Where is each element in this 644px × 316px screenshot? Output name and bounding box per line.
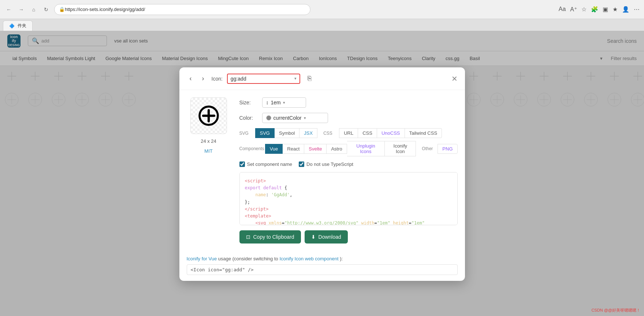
size-option-row: Size: ↕ 1em ▾	[239, 97, 458, 108]
address-text: https://icon-sets.iconify.design/gg/add/	[65, 7, 145, 12]
lock-icon: 🔒	[59, 7, 65, 12]
menu-icon[interactable]: ⋯	[634, 6, 640, 13]
active-tab[interactable]: 🔷 件夹	[3, 21, 33, 31]
symbol-tab[interactable]: Symbol	[275, 128, 299, 138]
icon-options: Size: ↕ 1em ▾ Color: currentColor	[239, 97, 458, 249]
icon-license[interactable]: MIT	[204, 148, 212, 154]
footer-mid-text: usage (consider switching to	[218, 256, 280, 261]
extension-icon[interactable]: 🧩	[591, 6, 598, 13]
modal-footer: Iconify for Vue usage (consider switchin…	[179, 256, 465, 281]
icon-field-label: Icon:	[212, 76, 223, 82]
png-tab[interactable]: PNG	[438, 144, 457, 154]
copy-icon: ⊡	[246, 234, 250, 240]
profile-icon[interactable]: 👤	[622, 6, 629, 13]
size-arrow-icon: ↕	[266, 100, 269, 105]
icon-preview-svg	[198, 105, 220, 127]
iconify-icon-tab[interactable]: Iconify Icon	[385, 141, 416, 156]
no-typescript-checkbox[interactable]	[299, 161, 304, 167]
iconify-vue-link[interactable]: Iconify for Vue	[187, 256, 217, 261]
size-chevron-icon: ▾	[283, 100, 285, 105]
css-group-label: CSS	[323, 131, 336, 136]
other-label: Other	[422, 146, 435, 151]
set-component-name-checkbox[interactable]	[239, 161, 245, 167]
icon-detail-modal: ‹ › Icon: ▾ ⎘ ✕	[179, 67, 465, 281]
size-select[interactable]: ↕ 1em ▾	[262, 97, 306, 108]
svg-css-tabs-row: SVG SVG Symbol JSX CSS URL CSS UnoCSS Ta…	[239, 128, 458, 138]
address-bar[interactable]: 🔒 https://icon-sets.iconify.design/gg/ad…	[54, 4, 310, 15]
astro-tab[interactable]: Astro	[327, 144, 347, 154]
modal-close-button[interactable]: ✕	[451, 75, 458, 82]
color-label: Color:	[239, 115, 258, 121]
reader-icon[interactable]: Aa	[559, 6, 566, 13]
size-value: 1em	[271, 100, 281, 105]
format-tabs-section: SVG SVG Symbol JSX CSS URL CSS UnoCSS Ta…	[239, 128, 458, 156]
icon-name-input[interactable]	[231, 76, 292, 82]
svelte-tab[interactable]: Svelte	[304, 144, 327, 154]
tab-bar: 🔷 件夹	[0, 19, 644, 31]
modal-header: ‹ › Icon: ▾ ⎘ ✕	[179, 67, 465, 90]
icon-name-input-wrapper[interactable]: ▾	[227, 74, 300, 84]
footer-end-text: ):	[340, 256, 343, 261]
footer-text: Iconify for Vue usage (consider switchin…	[187, 256, 458, 261]
modal-body: 24 x 24 MIT Size: ↕ 1em ▾	[179, 90, 465, 256]
icon-preview-area: 24 x 24 MIT	[187, 97, 231, 249]
copy-to-clipboard-button[interactable]: ⊡ Copy to Clipboard	[239, 230, 301, 243]
url-tab[interactable]: URL	[339, 128, 358, 138]
color-chevron-icon: ▾	[304, 116, 306, 120]
checkbox-row: Set component name Do not use TypeScript	[239, 161, 458, 167]
unplugin-tab[interactable]: Unplugin Icons	[347, 141, 385, 156]
browser-chrome: ← → ⌂ ↻ 🔒 https://icon-sets.iconify.desi…	[0, 0, 644, 19]
prev-icon-button[interactable]: ‹	[187, 73, 195, 84]
action-buttons: ⊡ Copy to Clipboard ⬇ Download	[239, 230, 458, 243]
tailwind-tab[interactable]: Tailwind CSS	[405, 128, 442, 138]
icon-dropdown-icon[interactable]: ▾	[294, 76, 297, 81]
external-link-button[interactable]: ⎘	[305, 73, 314, 84]
next-icon-button[interactable]: ›	[199, 73, 207, 84]
code-block[interactable]: <script> export default { name: 'GgAdd',…	[239, 172, 458, 225]
watermark: CSDN @@好美呀嗯嗯嗯！	[591, 308, 640, 313]
svg-tab[interactable]: SVG	[255, 128, 275, 138]
no-typescript-label: Do not use TypeScript	[306, 161, 353, 167]
favorites-icon[interactable]: ★	[613, 6, 618, 13]
home-button[interactable]: ⌂	[29, 5, 38, 14]
forward-button[interactable]: →	[17, 5, 26, 14]
svg-group-label: SVG	[239, 131, 252, 136]
jsx-tab[interactable]: JSX	[299, 128, 317, 138]
icon-dimensions: 24 x 24	[201, 138, 216, 144]
icon-preview-box	[190, 97, 227, 134]
bookmark-icon[interactable]: ☆	[581, 6, 587, 13]
site-background: iconifyDESiNG 🔍 vse all icon sets Search…	[0, 31, 644, 316]
download-icon: ⬇	[311, 234, 316, 240]
back-button[interactable]: ←	[4, 5, 13, 14]
browser-actions: Aa A⁺ ☆ 🧩 ▣ ★ 👤 ⋯	[559, 6, 640, 13]
iconify-icon-web-component-link[interactable]: Iconify Icon web component	[279, 256, 338, 261]
color-option-row: Color: currentColor ▾	[239, 113, 458, 123]
components-label: Components	[239, 146, 262, 151]
refresh-button[interactable]: ↻	[42, 5, 51, 14]
watermark-text: CSDN @@好美呀嗯嗯嗯！	[591, 308, 640, 312]
vue-tab[interactable]: Vue	[265, 144, 283, 154]
react-tab[interactable]: React	[283, 144, 304, 154]
components-tabs-row: Components Vue React Svelte Astro Unplug…	[239, 141, 458, 156]
download-label: Download	[319, 234, 341, 240]
unocss-tab[interactable]: UnoCSS	[377, 128, 405, 138]
color-select[interactable]: currentColor ▾	[262, 113, 328, 123]
download-button[interactable]: ⬇ Download	[305, 230, 348, 243]
set-component-name-checkbox-label[interactable]: Set component name	[239, 161, 293, 167]
zoom-icon[interactable]: A⁺	[570, 6, 577, 13]
no-typescript-checkbox-label[interactable]: Do not use TypeScript	[299, 161, 353, 167]
tab-title: 件夹	[18, 23, 26, 29]
copy-label: Copy to Clipboard	[253, 234, 294, 240]
footer-code-block[interactable]: <Icon icon="gg:add" />	[187, 264, 458, 275]
tab-icon: 🔷	[9, 23, 15, 29]
modal-overlay: ‹ › Icon: ▾ ⎘ ✕	[0, 31, 644, 316]
color-dot-icon	[266, 115, 271, 120]
css-tab[interactable]: CSS	[358, 128, 377, 138]
set-component-name-label: Set component name	[247, 161, 293, 167]
color-value: currentColor	[273, 115, 302, 121]
sidebar-icon[interactable]: ▣	[603, 6, 608, 13]
size-label: Size:	[239, 100, 258, 105]
